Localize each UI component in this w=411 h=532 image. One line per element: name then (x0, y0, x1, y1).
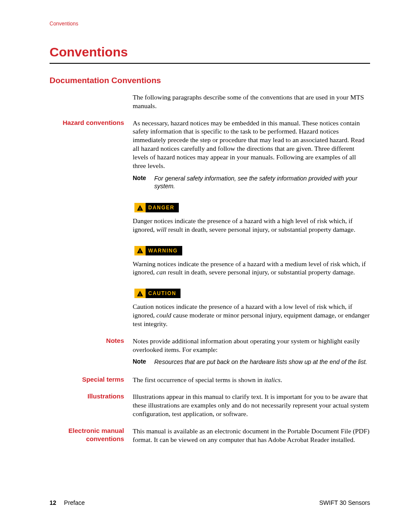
running-head: Conventions (50, 21, 370, 27)
page-content: Conventions Conventions Documentation Co… (0, 0, 411, 448)
illustrations-body: Illustrations appear in this manual to c… (133, 392, 370, 418)
caution-label: CAUTION (146, 289, 181, 298)
warning-badge: ! WARNING (134, 246, 182, 255)
note-text-1: For general safety information, see the … (154, 174, 370, 190)
note-label-1: Note (133, 174, 154, 190)
side-empty (50, 93, 133, 115)
side-illustrations: Illustrations (50, 392, 133, 422)
hazard-body: As necessary, hazard notices may be embe… (133, 119, 370, 170)
heading-rule (50, 63, 370, 64)
caution-text: Caution notices indicate the presence of… (133, 302, 370, 328)
side-hazard: Hazard conventions (50, 119, 133, 195)
note-label-2: Note (133, 358, 154, 366)
special-terms-body: The first occurrence of special terms is… (133, 376, 370, 384)
caution-badge: ! CAUTION (134, 289, 181, 298)
page-footer: 12 Preface SWIFT 30 Sensors (50, 499, 370, 506)
footer-section: Preface (64, 499, 85, 506)
warning-text: Warning notices indicate the presence of… (133, 260, 370, 277)
warning-label: WARNING (146, 246, 182, 255)
heading-conventions: Conventions (50, 45, 370, 60)
side-notes: Notes (50, 337, 133, 371)
footer-doc-title: SWIFT 30 Sensors (319, 499, 370, 506)
warning-triangle-icon: ! (134, 289, 146, 298)
side-special-terms: Special terms (50, 376, 133, 389)
svg-text:!: ! (140, 292, 141, 296)
warning-triangle-icon: ! (134, 246, 146, 255)
svg-text:!: ! (140, 249, 141, 254)
danger-badge: ! DANGER (134, 203, 179, 212)
heading-doc-conventions: Documentation Conventions (50, 76, 370, 85)
side-emanual: Electronic manual conventions (50, 427, 133, 448)
notes-body: Notes provide additional information abo… (133, 337, 370, 354)
svg-text:!: ! (140, 206, 141, 211)
intro-paragraph: The following paragraphs describe some o… (133, 93, 370, 110)
danger-label: DANGER (146, 203, 179, 212)
warning-triangle-icon: ! (134, 203, 146, 212)
page-number: 12 (50, 499, 56, 506)
emanual-body: This manual is available as an electroni… (133, 427, 370, 444)
danger-text: Danger notices indicate the presence of … (133, 217, 370, 234)
note-text-2: Resources that are put back on the hardw… (154, 358, 370, 366)
